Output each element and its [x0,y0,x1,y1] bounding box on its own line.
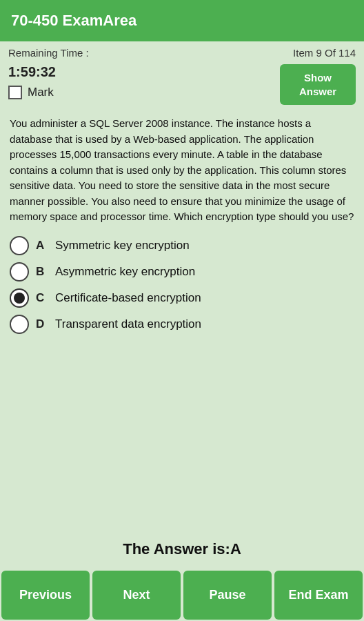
subheader-row: Remaining Time : Item 9 Of 114 [0,41,364,61]
answer-result-text: The Answer is:A [123,540,241,558]
question-area: You administer a SQL Server 2008 instanc… [0,110,364,233]
app-header: 70-450 ExamArea [0,0,364,41]
previous-button[interactable]: Previous [1,571,90,620]
option-text-d: Transparent data encryption [55,317,201,331]
option-letter-d: D [36,317,48,331]
option-row-a[interactable]: ASymmetric key encryption [10,236,354,255]
mark-label: Mark [28,86,54,99]
option-letter-c: C [36,291,48,305]
countdown-timer: 1:59:32 [8,64,56,80]
end-exam-button[interactable]: End Exam [274,571,363,620]
option-text-c: Certificate-based encryption [55,291,201,305]
remaining-time-label: Remaining Time : [8,47,89,59]
item-counter: Item 9 Of 114 [293,47,356,59]
option-text-a: Symmetric key encryption [55,239,190,253]
next-button[interactable]: Next [92,571,181,620]
answer-result: The Answer is:A [0,533,364,569]
mark-checkbox[interactable] [8,86,22,99]
option-row-d[interactable]: DTransparent data encryption [10,315,354,334]
option-letter-a: A [36,239,48,253]
radio-b[interactable] [10,262,29,282]
timer-mark-col: 1:59:32 Mark [8,64,56,99]
question-text: You administer a SQL Server 2008 instanc… [10,117,354,222]
show-answer-button[interactable]: Show Answer [280,64,356,105]
option-text-b: Asymmetric key encryption [55,265,195,279]
radio-c[interactable] [10,288,29,308]
app-title: 70-450 ExamArea [11,12,136,30]
option-row-b[interactable]: BAsymmetric key encryption [10,262,354,282]
mark-row: Mark [8,86,56,99]
timer-row: 1:59:32 Mark Show Answer [0,61,364,110]
option-letter-b: B [36,265,48,279]
option-row-c[interactable]: CCertificate-based encryption [10,288,354,308]
bottom-nav: Previous Next Pause End Exam [0,569,364,621]
pause-button[interactable]: Pause [183,571,272,620]
options-area: ASymmetric key encryptionBAsymmetric key… [0,233,364,337]
radio-a[interactable] [10,236,29,255]
radio-d[interactable] [10,315,29,334]
